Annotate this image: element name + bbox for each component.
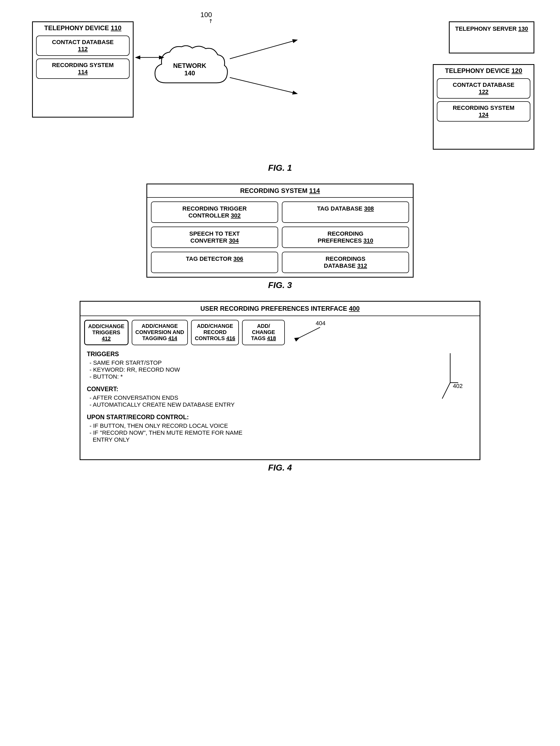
telephony-device-110-title: TELEPHONY DEVICE 110: [33, 22, 133, 33]
arrow-left-network: [134, 53, 166, 61]
tab-add-change-conversion[interactable]: ADD/CHANGECONVERSION ANDTAGGING 414: [132, 320, 188, 345]
page: 100 ↙ TELEPHONY DEVICE 110 CONTACT DATAB…: [16, 11, 544, 473]
label-404: 404: [316, 320, 326, 327]
recording-preferences-310: RECORDINGPREFERENCES 310: [282, 227, 409, 248]
record-control-item-2: - IF "RECORD NOW", THEN MUTE REMOTE FOR …: [89, 429, 473, 436]
convert-item-1: - AFTER CONVERSATION ENDS: [89, 394, 473, 401]
arrow-404-container: 404: [293, 320, 325, 345]
tab-add-change-tags[interactable]: ADD/CHANGETAGS 418: [242, 320, 285, 345]
fig3-title: RECORDING SYSTEM 114: [147, 184, 413, 198]
tag-detector-306: TAG DETECTOR 306: [151, 252, 278, 273]
arrow-network-device120: [227, 72, 302, 99]
recordings-database-312: RECORDINGSDATABASE 312: [282, 252, 409, 273]
network-label: NETWORK 140: [173, 62, 206, 77]
trigger-item-3: - BUTTON: *: [89, 373, 473, 380]
recording-trigger-controller-302: RECORDING TRIGGERCONTROLLER 302: [151, 201, 278, 223]
telephony-device-110-box: TELEPHONY DEVICE 110 CONTACT DATABASE 11…: [32, 21, 134, 118]
record-control-section: UPON START/RECORD CONTROL: - IF BUTTON, …: [87, 413, 473, 443]
contact-database-122-box: CONTACT DATABASE 122: [437, 78, 530, 98]
trigger-item-1: - SAME FOR START/STOP: [89, 360, 473, 366]
fig3-diagram: RECORDING SYSTEM 114 RECORDING TRIGGERCO…: [146, 183, 414, 278]
fig3-caption: FIG. 3: [16, 280, 544, 290]
tab-add-change-triggers[interactable]: ADD/CHANGETRIGGERS412: [84, 320, 128, 345]
convert-title: CONVERT:: [87, 385, 473, 393]
trigger-item-2: - KEYWORD: RR, RECORD NOW: [89, 366, 473, 373]
fig4-caption: FIG. 4: [16, 463, 544, 473]
arrow-network-server: [227, 37, 302, 64]
tag-database-308: TAG DATABASE 308: [282, 201, 409, 223]
telephony-server-130-title: TELEPHONY SERVER 130: [450, 22, 534, 35]
triggers-title: TRIGGERS: [87, 350, 473, 358]
svg-line-6: [442, 383, 450, 399]
tab-add-change-record-controls[interactable]: ADD/CHANGERECORDCONTROLS 416: [191, 320, 239, 345]
fig1-section: 100 ↙ TELEPHONY DEVICE 110 CONTACT DATAB…: [16, 11, 544, 173]
triggers-section: TRIGGERS - SAME FOR START/STOP - KEYWORD…: [87, 350, 473, 380]
record-control-item-3: ENTRY ONLY: [93, 436, 473, 443]
telephony-device-120-title: TELEPHONY DEVICE 120: [434, 65, 534, 76]
telephony-device-120-box: TELEPHONY DEVICE 120 CONTACT DATABASE 12…: [433, 64, 534, 150]
recording-system-114-box: RECORDING SYSTEM 114: [36, 59, 129, 79]
fig4-tabs: ADD/CHANGETRIGGERS412 ADD/CHANGECONVERSI…: [81, 316, 479, 345]
fig4-title: USER RECORDING PREFERENCES INTERFACE 400: [81, 302, 479, 316]
fig4-content-area: 402 TRIGGERS - SAME FOR START/STOP - KEY…: [81, 345, 479, 454]
svg-line-3: [299, 327, 320, 338]
arrow-402-svg: 402: [437, 350, 464, 425]
speech-to-text-converter-304: SPEECH TO TEXTCONVERTER 304: [151, 227, 278, 248]
convert-item-2: - AUTOMATICALLY CREATE NEW DATABASE ENTR…: [89, 401, 473, 408]
svg-text:402: 402: [453, 383, 463, 389]
fig3-section: RECORDING SYSTEM 114 RECORDING TRIGGERCO…: [16, 183, 544, 290]
record-control-title: UPON START/RECORD CONTROL:: [87, 413, 473, 421]
convert-section: CONVERT: - AFTER CONVERSATION ENDS - AUT…: [87, 385, 473, 408]
fig4-diagram: USER RECORDING PREFERENCES INTERFACE 400…: [80, 301, 480, 460]
svg-line-1: [230, 40, 297, 59]
svg-line-2: [230, 78, 297, 93]
recording-system-124-box: RECORDING SYSTEM 124: [437, 101, 530, 121]
network-cloud: NETWORK 140: [150, 43, 230, 96]
contact-database-112-box: CONTACT DATABASE 112: [36, 35, 129, 56]
fig1-diagram: 100 ↙ TELEPHONY DEVICE 110 CONTACT DATAB…: [16, 11, 540, 160]
telephony-server-130-box: TELEPHONY SERVER 130: [449, 21, 534, 53]
record-control-item-1: - IF BUTTON, THEN ONLY RECORD LOCAL VOIC…: [89, 423, 473, 429]
fig3-grid: RECORDING TRIGGERCONTROLLER 302 TAG DATA…: [147, 198, 413, 277]
fig1-caption: FIG. 1: [16, 163, 544, 173]
fig4-section: USER RECORDING PREFERENCES INTERFACE 400…: [16, 301, 544, 473]
